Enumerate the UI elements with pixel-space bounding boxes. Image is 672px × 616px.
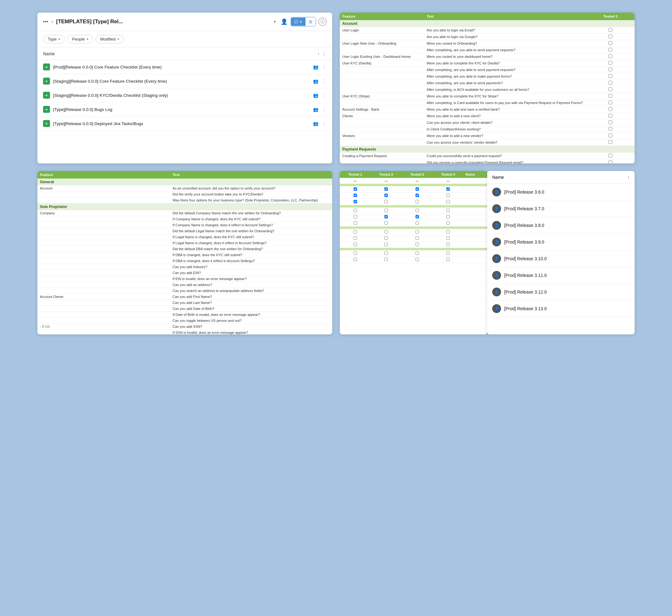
tested-checkbox[interactable] <box>609 68 612 71</box>
checkbox-cell[interactable] <box>402 199 432 205</box>
release-item[interactable]: 👤 [Prod] Release 3.9.0 <box>487 234 635 250</box>
checkbox-cell[interactable] <box>340 242 371 248</box>
modified-filter-button[interactable]: Modified ▾ <box>96 35 124 43</box>
checkbox-cell[interactable] <box>340 186 371 193</box>
tested-checkbox[interactable] <box>416 230 419 234</box>
tested-checkbox[interactable] <box>609 127 612 131</box>
tested-checkbox[interactable] <box>446 221 450 225</box>
tested-checkbox[interactable] <box>416 221 419 225</box>
checkbox-cell[interactable] <box>371 235 401 242</box>
tested-checkbox[interactable] <box>609 81 612 85</box>
tested-checkbox[interactable] <box>446 251 450 255</box>
checkbox-cell[interactable] <box>432 193 463 199</box>
checkbox-cell[interactable] <box>371 257 401 263</box>
tested-checkbox[interactable] <box>609 41 612 45</box>
checkbox-cell[interactable] <box>340 193 371 199</box>
dots-menu-icon[interactable]: ••• <box>43 19 48 25</box>
tested-checkbox[interactable] <box>609 120 612 124</box>
tested-checkbox[interactable] <box>446 200 450 203</box>
checkbox-cell[interactable] <box>587 53 635 60</box>
release-item[interactable]: 👤 [Prod] Release 3.6.0 <box>487 184 635 201</box>
tested-checkbox[interactable] <box>384 243 388 246</box>
tested-checkbox[interactable] <box>354 221 357 225</box>
checkbox-cell[interactable] <box>587 86 635 93</box>
tested-checkbox[interactable] <box>446 236 450 240</box>
release-item[interactable]: 👤 [Prod] Release 3.10.0 <box>487 250 635 267</box>
tested-checkbox[interactable] <box>354 194 357 197</box>
tested-checkbox[interactable] <box>416 243 419 246</box>
tested-checkbox[interactable] <box>384 187 388 191</box>
tested-checkbox[interactable] <box>416 251 419 255</box>
checkbox-cell[interactable] <box>371 208 401 214</box>
tested-checkbox[interactable] <box>609 101 612 104</box>
checkbox-cell[interactable] <box>371 220 401 227</box>
tested-checkbox[interactable] <box>446 243 450 246</box>
checkbox-cell[interactable] <box>587 126 635 133</box>
tested-checkbox[interactable] <box>609 140 612 144</box>
checkbox-cell[interactable] <box>432 229 463 235</box>
checkbox-cell[interactable] <box>587 119 635 126</box>
tested-checkbox[interactable] <box>609 48 612 52</box>
item-more-icon[interactable]: ⋮ <box>322 121 327 127</box>
checkbox-cell[interactable] <box>371 193 401 199</box>
tested-checkbox[interactable] <box>384 221 388 225</box>
people-filter-button[interactable]: People ▾ <box>67 35 93 43</box>
tested-checkbox[interactable] <box>354 230 357 234</box>
checkbox-cell[interactable] <box>432 220 463 227</box>
header-more-icon[interactable]: ⋮ <box>322 51 327 57</box>
checkbox-cell[interactable] <box>432 242 463 248</box>
release-item[interactable]: 👤 [Prod] Release 3.7.0 <box>487 201 635 217</box>
tested-checkbox[interactable] <box>446 258 450 261</box>
item-more-icon[interactable]: ⋮ <box>322 78 327 84</box>
checkbox-cell[interactable] <box>402 235 432 242</box>
checkbox-cell[interactable] <box>402 186 432 193</box>
tested-checkbox[interactable] <box>384 200 388 203</box>
tested-checkbox[interactable] <box>609 61 612 65</box>
tested-checkbox[interactable] <box>384 236 388 240</box>
tested-checkbox[interactable] <box>354 215 357 218</box>
checkbox-cell[interactable] <box>587 40 635 47</box>
checkbox-cell[interactable] <box>432 199 463 205</box>
tested-checkbox[interactable] <box>446 187 450 191</box>
release-item[interactable]: 👤 [Prod] Release 3.11.0 <box>487 267 635 284</box>
releases-sort-icon[interactable]: ↑ <box>627 175 630 180</box>
type-filter-button[interactable]: Type ▾ <box>43 35 65 43</box>
checkbox-cell[interactable] <box>371 229 401 235</box>
checkbox-cell[interactable] <box>402 229 432 235</box>
checkbox-cell[interactable] <box>402 220 432 227</box>
tested-checkbox[interactable] <box>609 134 612 137</box>
sort-icon[interactable]: ↑ <box>318 51 320 56</box>
title-caret-icon[interactable]: ▾ <box>274 19 276 24</box>
tested-checkbox[interactable] <box>384 251 388 255</box>
checkbox-cell[interactable] <box>587 106 635 113</box>
checkbox-cell[interactable] <box>587 27 635 34</box>
grid-view-button[interactable]: ⊞ <box>306 18 316 26</box>
tested-checkbox[interactable] <box>416 187 419 191</box>
checkbox-cell[interactable] <box>402 214 432 220</box>
checkbox-cell[interactable] <box>371 242 401 248</box>
checkbox-cell[interactable] <box>402 257 432 263</box>
tested-checkbox[interactable] <box>609 94 612 98</box>
checkbox-cell[interactable] <box>587 67 635 73</box>
checkbox-cell[interactable] <box>587 139 635 146</box>
tested-checkbox[interactable] <box>354 209 357 212</box>
tested-checkbox[interactable] <box>384 194 388 197</box>
checkbox-cell[interactable] <box>587 93 635 100</box>
tested-checkbox[interactable] <box>416 194 419 197</box>
tested-checkbox[interactable] <box>354 258 357 261</box>
checkbox-cell[interactable] <box>587 34 635 40</box>
checkbox-cell[interactable] <box>340 229 371 235</box>
tested-checkbox[interactable] <box>609 114 612 118</box>
checkbox-cell[interactable] <box>402 250 432 257</box>
tested-checkbox[interactable] <box>354 187 357 191</box>
tested-checkbox[interactable] <box>384 209 388 212</box>
tested-checkbox[interactable] <box>416 215 419 218</box>
tested-checkbox[interactable] <box>354 251 357 255</box>
checkbox-cell[interactable] <box>432 214 463 220</box>
tested-checkbox[interactable] <box>354 200 357 203</box>
checkbox-cell[interactable] <box>587 100 635 106</box>
checkbox-cell[interactable] <box>432 250 463 257</box>
info-button[interactable]: ⓘ <box>318 18 327 26</box>
tested-checkbox[interactable] <box>446 215 450 218</box>
checkbox-cell[interactable] <box>587 133 635 139</box>
